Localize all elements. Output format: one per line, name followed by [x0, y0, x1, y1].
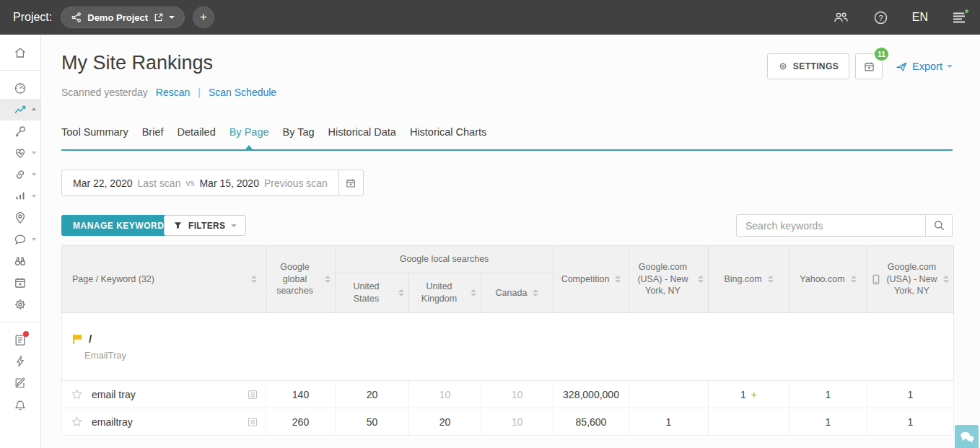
- filters-dropdown[interactable]: FILTERS: [164, 215, 246, 236]
- location-pin-icon: [13, 211, 27, 225]
- alert-dot: [23, 331, 29, 337]
- column-header-competition: Competition: [554, 246, 629, 313]
- cell-canada: 10: [481, 381, 554, 408]
- favorite-star-icon[interactable]: [71, 388, 83, 400]
- sort-control[interactable]: [251, 276, 257, 283]
- serp-results-icon[interactable]: [247, 389, 258, 400]
- column-header-yahoo: Yahoo.com: [789, 246, 867, 313]
- previous-scan-label: Previous scan: [264, 177, 328, 189]
- cell-united-states: 50: [336, 408, 409, 436]
- vs-label: vs: [185, 178, 194, 188]
- chevron-down-icon: [32, 238, 36, 241]
- help-icon[interactable]: ?: [873, 10, 888, 25]
- binoculars-icon: [13, 254, 27, 268]
- settings-label: SETTINGS: [793, 61, 839, 71]
- sidebar-item-content-editor[interactable]: [0, 372, 40, 394]
- live-chat-button[interactable]: [955, 425, 979, 448]
- keyword-text[interactable]: email tray: [92, 389, 238, 400]
- header-label: United States: [340, 281, 393, 305]
- date-range-calendar-button[interactable]: [338, 170, 363, 196]
- scan-status-line: Scanned yesterday Rescan | Scan Schedule: [61, 87, 276, 98]
- sidebar-item-dashboard[interactable]: [0, 77, 40, 99]
- scan-calendar-button[interactable]: 11: [855, 53, 883, 79]
- sidebar-item-schedule[interactable]: [0, 272, 40, 294]
- add-rank-button[interactable]: +: [751, 389, 757, 400]
- tab-historical-data[interactable]: Historical Data: [328, 123, 396, 149]
- sidebar-item-settings[interactable]: [0, 294, 40, 315]
- sidebar-item-local[interactable]: [0, 207, 40, 229]
- tab-historical-charts[interactable]: Historical Charts: [410, 123, 486, 149]
- sidebar-item-api[interactable]: [0, 351, 40, 372]
- users-icon[interactable]: [833, 10, 849, 25]
- tab-brief[interactable]: Brief: [142, 123, 164, 149]
- serp-results-icon[interactable]: [247, 416, 258, 428]
- sidebar-item-social[interactable]: [0, 229, 40, 250]
- export-dropdown[interactable]: Export: [896, 61, 953, 73]
- chevron-down-icon: [32, 151, 36, 154]
- project-label: Project:: [13, 11, 52, 24]
- chat-bubble-icon: [13, 232, 27, 247]
- sidebar-item-rankings[interactable]: [0, 99, 40, 120]
- caret-down-icon: [947, 65, 953, 68]
- sort-control[interactable]: [533, 289, 538, 297]
- header-label: Yahoo.com: [800, 273, 844, 286]
- add-project-button[interactable]: +: [193, 6, 214, 28]
- cell-google-usa: [629, 381, 709, 408]
- sort-control[interactable]: [851, 276, 857, 283]
- sidebar-item-research[interactable]: [0, 250, 40, 272]
- page-path[interactable]: /: [89, 333, 92, 345]
- sort-control[interactable]: [698, 276, 704, 283]
- link-icon: [13, 167, 27, 182]
- project-selector[interactable]: Demo Project: [61, 6, 185, 28]
- date-range-text: Mar 22, 2020 Last scan vs Mar 15, 2020 P…: [62, 170, 338, 196]
- favorite-star-icon[interactable]: [71, 416, 83, 428]
- scan-status: Scanned yesterday: [61, 87, 148, 98]
- language-selector[interactable]: EN: [912, 11, 928, 24]
- main-content: My Site Rankings Scanned yesterday Resca…: [41, 35, 980, 448]
- flag-icon[interactable]: [71, 333, 82, 345]
- cell-competition: 328,000,000: [554, 381, 629, 408]
- rank-value: 1: [740, 389, 746, 400]
- current-scan-date: Mar 22, 2020: [73, 177, 133, 189]
- sidebar-item-competitors[interactable]: [0, 185, 40, 207]
- sidebar-item-keywords[interactable]: [0, 120, 40, 142]
- search-button[interactable]: [925, 215, 952, 236]
- tab-tool-summary[interactable]: Tool Summary: [61, 123, 128, 149]
- column-header-united-states: United States: [336, 273, 409, 313]
- share-icon: [71, 12, 82, 23]
- tab-detailed[interactable]: Detailed: [178, 123, 216, 149]
- svg-text:?: ?: [878, 13, 883, 22]
- header-label: Bing.com: [724, 273, 761, 286]
- chevron-down-icon: [32, 173, 36, 176]
- settings-button[interactable]: SETTINGS: [767, 53, 849, 79]
- sort-control[interactable]: [943, 276, 949, 283]
- scan-schedule-link[interactable]: Scan Schedule: [209, 87, 276, 98]
- caret-down-icon: [231, 224, 237, 227]
- sidebar-item-site-health[interactable]: [0, 142, 40, 164]
- menu-icon[interactable]: [952, 10, 967, 25]
- sidebar-item-home[interactable]: [0, 42, 40, 63]
- sort-control[interactable]: [615, 276, 621, 283]
- cell-bing: [709, 408, 789, 436]
- tab-by-tag[interactable]: By Tag: [283, 123, 315, 149]
- sort-control[interactable]: [471, 289, 476, 297]
- sort-control[interactable]: [398, 289, 404, 297]
- sort-control[interactable]: [325, 276, 331, 283]
- sidebar-item-reports[interactable]: [0, 329, 40, 351]
- sidebar-item-notifications[interactable]: [0, 394, 40, 416]
- column-header-canada: Canada: [481, 273, 554, 313]
- tab-by-page[interactable]: By Page: [229, 123, 269, 149]
- sidebar-item-backlinks[interactable]: [0, 164, 40, 185]
- column-header-united-kingdom: United Kingdom: [409, 273, 481, 313]
- header-label: Page / Keyword (32): [72, 273, 154, 286]
- keyword-text[interactable]: emailtray: [92, 416, 238, 428]
- search-icon: [933, 219, 945, 232]
- sort-control[interactable]: [768, 276, 774, 283]
- date-range-selector[interactable]: Mar 22, 2020 Last scan vs Mar 15, 2020 P…: [61, 170, 364, 196]
- sidebar-divider: [0, 70, 40, 71]
- search-input[interactable]: [737, 215, 925, 236]
- page-title: My Site Rankings: [61, 52, 213, 74]
- rescan-link[interactable]: Rescan: [156, 87, 190, 98]
- header-label: United Kingdom: [414, 281, 465, 305]
- cell-google-usa: 1: [629, 408, 709, 436]
